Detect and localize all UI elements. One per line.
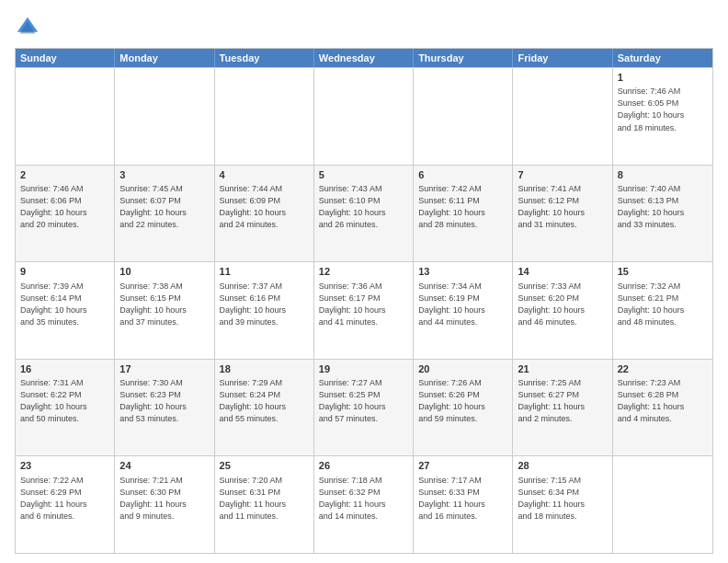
cal-header-day: Monday: [115, 49, 214, 67]
cal-row: 2Sunrise: 7:46 AM Sunset: 6:06 PM Daylig…: [16, 165, 712, 262]
day-number: 24: [119, 459, 209, 473]
cal-cell: 24Sunrise: 7:21 AM Sunset: 6:30 PM Dayli…: [115, 456, 214, 553]
cal-header-day: Tuesday: [215, 49, 314, 67]
cal-row: 23Sunrise: 7:22 AM Sunset: 6:29 PM Dayli…: [16, 455, 712, 553]
cal-cell: [314, 68, 414, 165]
day-number: 12: [319, 265, 408, 279]
cal-cell: 15Sunrise: 7:32 AM Sunset: 6:21 PM Dayli…: [613, 262, 712, 359]
cell-info: Sunrise: 7:30 AM Sunset: 6:23 PM Dayligh…: [119, 377, 209, 425]
cal-cell: 26Sunrise: 7:18 AM Sunset: 6:32 PM Dayli…: [314, 456, 414, 553]
day-number: 18: [220, 362, 309, 376]
day-number: 1: [618, 71, 708, 85]
cal-cell: 22Sunrise: 7:23 AM Sunset: 6:28 PM Dayli…: [613, 360, 712, 456]
cell-info: Sunrise: 7:23 AM Sunset: 6:28 PM Dayligh…: [618, 377, 708, 425]
cal-cell: 17Sunrise: 7:30 AM Sunset: 6:23 PM Dayli…: [115, 360, 214, 456]
cal-row: 1Sunrise: 7:46 AM Sunset: 6:05 PM Daylig…: [16, 67, 712, 165]
cal-row: 16Sunrise: 7:31 AM Sunset: 6:22 PM Dayli…: [16, 359, 712, 456]
cal-cell: 23Sunrise: 7:22 AM Sunset: 6:29 PM Dayli…: [16, 456, 115, 553]
cell-info: Sunrise: 7:45 AM Sunset: 6:07 PM Dayligh…: [119, 183, 209, 231]
page: SundayMondayTuesdayWednesdayThursdayFrid…: [0, 0, 728, 563]
cal-cell: 4Sunrise: 7:44 AM Sunset: 6:09 PM Daylig…: [215, 166, 314, 262]
cell-info: Sunrise: 7:22 AM Sunset: 6:29 PM Dayligh…: [20, 475, 109, 523]
cell-info: Sunrise: 7:26 AM Sunset: 6:26 PM Dayligh…: [418, 377, 507, 425]
logo-icon: [15, 15, 40, 40]
day-number: 2: [20, 168, 109, 182]
cal-cell: 3Sunrise: 7:45 AM Sunset: 6:07 PM Daylig…: [115, 166, 214, 262]
day-number: 20: [418, 362, 507, 376]
day-number: 13: [418, 265, 507, 279]
cal-cell: 25Sunrise: 7:20 AM Sunset: 6:31 PM Dayli…: [215, 456, 314, 553]
cell-info: Sunrise: 7:31 AM Sunset: 6:22 PM Dayligh…: [20, 377, 109, 425]
cell-info: Sunrise: 7:29 AM Sunset: 6:24 PM Dayligh…: [220, 377, 309, 425]
cal-cell: 1Sunrise: 7:46 AM Sunset: 6:05 PM Daylig…: [613, 68, 712, 165]
day-number: 3: [119, 168, 209, 182]
day-number: 4: [220, 168, 309, 182]
cal-row: 9Sunrise: 7:39 AM Sunset: 6:14 PM Daylig…: [16, 261, 712, 359]
day-number: 16: [20, 362, 109, 376]
day-number: 22: [618, 362, 708, 376]
cal-cell: 12Sunrise: 7:36 AM Sunset: 6:17 PM Dayli…: [314, 262, 414, 359]
cal-header-day: Wednesday: [314, 49, 414, 67]
day-number: 7: [518, 168, 607, 182]
cell-info: Sunrise: 7:18 AM Sunset: 6:32 PM Dayligh…: [319, 475, 408, 523]
cal-header-day: Thursday: [414, 49, 513, 67]
day-number: 11: [220, 265, 309, 279]
day-number: 15: [618, 265, 708, 279]
day-number: 28: [518, 459, 607, 473]
cal-cell: [215, 68, 314, 165]
cal-cell: 27Sunrise: 7:17 AM Sunset: 6:33 PM Dayli…: [414, 456, 513, 553]
day-number: 19: [319, 362, 408, 376]
cal-cell: 2Sunrise: 7:46 AM Sunset: 6:06 PM Daylig…: [16, 166, 115, 262]
day-number: 10: [119, 265, 209, 279]
cal-header-day: Sunday: [16, 49, 115, 67]
cell-info: Sunrise: 7:46 AM Sunset: 6:06 PM Dayligh…: [20, 183, 109, 231]
cell-info: Sunrise: 7:44 AM Sunset: 6:09 PM Dayligh…: [220, 183, 309, 231]
day-number: 26: [319, 459, 408, 473]
cell-info: Sunrise: 7:36 AM Sunset: 6:17 PM Dayligh…: [319, 281, 408, 328]
cell-info: Sunrise: 7:21 AM Sunset: 6:30 PM Dayligh…: [119, 475, 209, 523]
cal-cell: 8Sunrise: 7:40 AM Sunset: 6:13 PM Daylig…: [613, 166, 712, 262]
logo: [15, 15, 44, 40]
day-number: 25: [220, 459, 309, 473]
cal-cell: 14Sunrise: 7:33 AM Sunset: 6:20 PM Dayli…: [513, 262, 612, 359]
day-number: 27: [418, 459, 507, 473]
cal-cell: [16, 68, 115, 165]
cal-cell: 18Sunrise: 7:29 AM Sunset: 6:24 PM Dayli…: [215, 360, 314, 456]
cal-cell: 5Sunrise: 7:43 AM Sunset: 6:10 PM Daylig…: [314, 166, 414, 262]
cell-info: Sunrise: 7:33 AM Sunset: 6:20 PM Dayligh…: [518, 281, 607, 328]
cal-cell: [613, 456, 712, 553]
cal-cell: [414, 68, 513, 165]
day-number: 8: [618, 168, 708, 182]
cell-info: Sunrise: 7:37 AM Sunset: 6:16 PM Dayligh…: [220, 281, 309, 328]
cell-info: Sunrise: 7:27 AM Sunset: 6:25 PM Dayligh…: [319, 377, 408, 425]
cell-info: Sunrise: 7:25 AM Sunset: 6:27 PM Dayligh…: [518, 377, 607, 425]
cell-info: Sunrise: 7:40 AM Sunset: 6:13 PM Dayligh…: [618, 183, 708, 231]
cell-info: Sunrise: 7:17 AM Sunset: 6:33 PM Dayligh…: [418, 475, 507, 523]
cal-header-day: Friday: [513, 49, 612, 67]
day-number: 6: [418, 168, 507, 182]
cal-cell: [115, 68, 214, 165]
cal-cell: 19Sunrise: 7:27 AM Sunset: 6:25 PM Dayli…: [314, 360, 414, 456]
cell-info: Sunrise: 7:38 AM Sunset: 6:15 PM Dayligh…: [119, 281, 209, 328]
cell-info: Sunrise: 7:46 AM Sunset: 6:05 PM Dayligh…: [618, 86, 708, 133]
cal-cell: 7Sunrise: 7:41 AM Sunset: 6:12 PM Daylig…: [513, 166, 612, 262]
day-number: 17: [119, 362, 209, 376]
cal-header-day: Saturday: [613, 49, 712, 67]
calendar-header: SundayMondayTuesdayWednesdayThursdayFrid…: [16, 49, 712, 67]
cal-cell: 13Sunrise: 7:34 AM Sunset: 6:19 PM Dayli…: [414, 262, 513, 359]
day-number: 23: [20, 459, 109, 473]
cell-info: Sunrise: 7:42 AM Sunset: 6:11 PM Dayligh…: [418, 183, 507, 231]
cal-cell: 11Sunrise: 7:37 AM Sunset: 6:16 PM Dayli…: [215, 262, 314, 359]
cell-info: Sunrise: 7:20 AM Sunset: 6:31 PM Dayligh…: [220, 475, 309, 523]
calendar-body: 1Sunrise: 7:46 AM Sunset: 6:05 PM Daylig…: [16, 67, 712, 553]
calendar: SundayMondayTuesdayWednesdayThursdayFrid…: [15, 48, 713, 554]
cal-cell: 6Sunrise: 7:42 AM Sunset: 6:11 PM Daylig…: [414, 166, 513, 262]
cell-info: Sunrise: 7:41 AM Sunset: 6:12 PM Dayligh…: [518, 183, 607, 231]
day-number: 14: [518, 265, 607, 279]
cal-cell: 16Sunrise: 7:31 AM Sunset: 6:22 PM Dayli…: [16, 360, 115, 456]
cal-cell: 20Sunrise: 7:26 AM Sunset: 6:26 PM Dayli…: [414, 360, 513, 456]
day-number: 5: [319, 168, 408, 182]
day-number: 9: [20, 265, 109, 279]
cal-cell: [513, 68, 612, 165]
cell-info: Sunrise: 7:34 AM Sunset: 6:19 PM Dayligh…: [418, 281, 507, 328]
